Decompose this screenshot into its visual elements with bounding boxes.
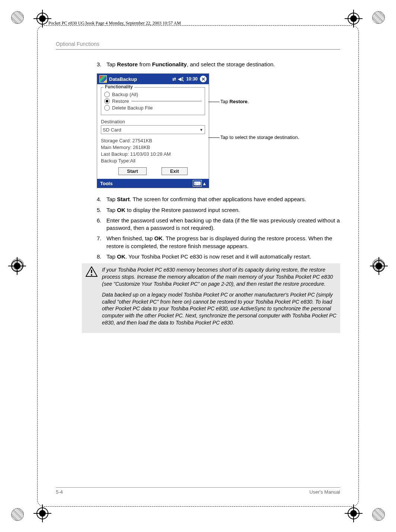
callout-select-destination: Tap to select the storage destination. [220, 134, 299, 140]
step-number: 5. [97, 206, 106, 214]
arrow-up-icon[interactable]: ▴ [203, 181, 206, 186]
registration-mark-icon [370, 257, 388, 275]
radio-icon[interactable] [104, 105, 110, 111]
step-7: 7. When finished, tap OK. The progress b… [97, 235, 340, 250]
radio-label: Delete Backup File [112, 105, 153, 111]
text: Tap [106, 196, 117, 202]
text-bold: Restore [117, 61, 138, 67]
radio-icon[interactable] [104, 92, 110, 97]
step-number: 8. [97, 253, 106, 260]
text-bold: Restore [230, 99, 248, 104]
frame-header-note: Pocket PC e830 UG.book Page 4 Monday, Se… [48, 20, 181, 26]
radio-label: Backup (All) [112, 92, 138, 97]
text: Tap [220, 99, 230, 104]
text: Tap [106, 253, 117, 260]
step-number: 4. [97, 196, 106, 203]
last-backup-info: Last Backup: 11/03/03 10:28 AM [101, 151, 205, 157]
radio-backup-all[interactable]: Backup (All) [104, 92, 202, 97]
step-text: Enter the password used when backing up … [106, 217, 340, 232]
crop-mark-icon [11, 11, 24, 24]
tools-menu[interactable]: Tools [100, 181, 113, 186]
step-text: Tap Start. The screen for confirming tha… [106, 196, 340, 203]
signal-icon: ⇄ ◀ξ [172, 76, 184, 82]
radio-delete-file[interactable]: Delete Backup File [104, 105, 202, 111]
callout-leader-icon [208, 137, 220, 138]
text-bold: Functionality [152, 61, 187, 67]
step-8: 8. Tap OK. Your Toshiba Pocket PC e830 i… [97, 253, 340, 260]
text: . [248, 99, 249, 104]
crop-mark-icon [11, 508, 24, 521]
note-paragraph: If your Toshiba Pocket PC e830 memory be… [102, 266, 336, 288]
note-paragraph: Data backed up on a legacy model Toshiba… [102, 291, 336, 326]
svg-point-2 [91, 274, 92, 276]
step-text: Tap Restore from Functionality, and sele… [106, 61, 340, 68]
text: to display the Restore password input sc… [125, 207, 240, 213]
step-number: 6. [97, 217, 106, 232]
callout-tap-restore: Tap Restore. [220, 99, 249, 104]
step-text: Tap OK to display the Restore password i… [106, 206, 340, 214]
pda-footer: Tools ⌨ ▴ [97, 179, 209, 188]
text: Tap [106, 61, 117, 67]
pda-titlebar: DataBackup ⇄ ◀ξ 10:30 ✕ [97, 74, 209, 84]
radio-icon[interactable] [104, 98, 110, 104]
text-bold: Start [117, 196, 130, 202]
clock-text: 10:30 [186, 76, 198, 82]
text: . The screen for confirming that other a… [130, 196, 306, 202]
step-number: 3. [97, 61, 106, 68]
crop-mark-icon [372, 508, 385, 521]
step-number: 7. [97, 235, 106, 250]
registration-mark-icon [345, 10, 363, 28]
text-bold: OK [117, 253, 125, 260]
step-6: 6. Enter the password used when backing … [97, 217, 340, 232]
text: Tap [106, 207, 117, 213]
page-number: 5-4 [56, 489, 63, 495]
text: . Your Toshiba Pocket PC e830 is now res… [125, 253, 311, 260]
backup-type-info: Backup Type:All [101, 158, 205, 164]
start-flag-icon[interactable] [99, 75, 107, 83]
radio-label: Restore [112, 98, 129, 104]
group-legend: Functionality [103, 84, 134, 89]
radio-restore[interactable]: Restore [104, 98, 202, 104]
text: from [138, 61, 152, 67]
running-head: Optional Functions [56, 41, 340, 47]
callout-leader-icon [208, 102, 220, 102]
step-text: Tap OK. Your Toshiba Pocket PC e830 is n… [106, 253, 340, 260]
crop-mark-icon [372, 11, 385, 24]
registration-mark-icon [8, 257, 26, 275]
registration-mark-icon [33, 504, 51, 522]
dropdown-value: SD Card [103, 127, 121, 133]
storage-card-info: Storage Card: 27541KB [101, 138, 205, 143]
text-bold: OK [154, 235, 163, 241]
screenshot-databackup: DataBackup ⇄ ◀ξ 10:30 ✕ Functionality Ba… [97, 73, 209, 188]
manual-label: User's Manual [309, 489, 340, 495]
pda-title-text: DataBackup [109, 76, 137, 82]
caution-note: If your Toshiba Pocket PC e830 memory be… [82, 263, 340, 333]
close-icon[interactable]: ✕ [200, 76, 207, 82]
text-bold: OK [117, 207, 125, 213]
exit-button[interactable]: Exit [162, 167, 188, 175]
text: When finished, tap [106, 235, 154, 241]
functionality-group: Functionality Backup (All) Restore [101, 87, 205, 115]
registration-mark-icon [345, 504, 363, 522]
destination-dropdown[interactable]: SD Card ▼ [101, 125, 205, 134]
text: , and select the storage destination. [187, 61, 275, 67]
step-4: 4. Tap Start. The screen for confirming … [97, 196, 340, 203]
step-3: 3. Tap Restore from Functionality, and s… [97, 61, 340, 68]
keyboard-icon[interactable]: ⌨ [193, 180, 202, 187]
rule-icon [56, 49, 340, 50]
destination-label: Destination [101, 119, 205, 124]
callout-leader-icon [131, 101, 202, 101]
warning-icon [86, 266, 98, 277]
chevron-down-icon[interactable]: ▼ [199, 128, 203, 132]
main-memory-info: Main Memory: 2618KB [101, 145, 205, 150]
step-text: When finished, tap OK. The progress bar … [106, 235, 340, 250]
step-5: 5. Tap OK to display the Restore passwor… [97, 206, 340, 214]
start-button[interactable]: Start [118, 167, 147, 175]
